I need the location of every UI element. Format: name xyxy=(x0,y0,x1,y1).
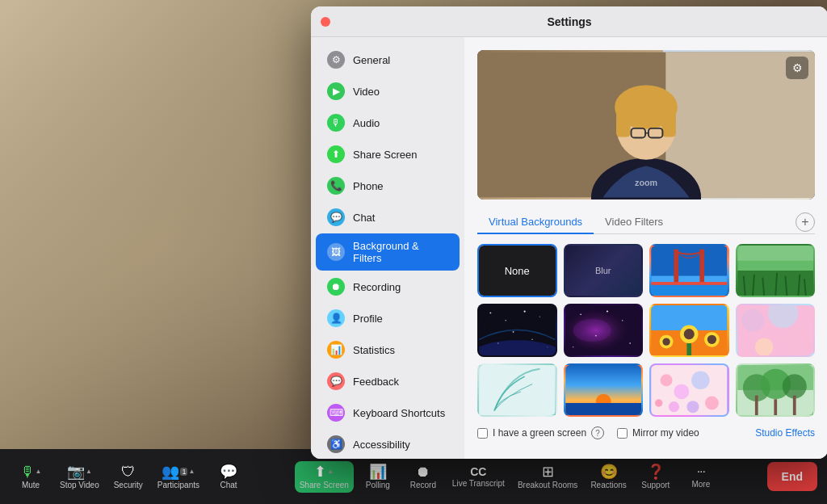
svg-point-66 xyxy=(674,384,689,399)
background-tabs: Virtual Backgrounds Video Filters + xyxy=(477,211,815,234)
green-screen-help-icon[interactable]: ? xyxy=(591,426,604,439)
svg-rect-14 xyxy=(674,250,678,284)
chat-icon: 💬 xyxy=(327,208,345,226)
end-button[interactable]: End xyxy=(767,462,817,491)
green-screen-option[interactable]: I have a green screen ? xyxy=(477,426,604,439)
toolbar-support[interactable]: ❓ Support xyxy=(635,461,677,493)
sidebar-item-audio[interactable]: 🎙 Audio xyxy=(316,107,460,138)
video-icon: ▶ xyxy=(327,82,345,100)
support-label: Support xyxy=(641,481,670,489)
sidebar-item-chat[interactable]: 💬 Chat xyxy=(316,202,460,233)
bg-bubbles[interactable] xyxy=(649,363,729,417)
preview-image: zoom xyxy=(477,50,815,200)
sidebar-item-phone[interactable]: 📞 Phone xyxy=(316,170,460,201)
svg-point-58 xyxy=(784,326,812,353)
support-icon: ❓ xyxy=(647,464,665,479)
reactions-label: Reactions xyxy=(590,481,626,489)
toolbar-mute[interactable]: 🎙 ▲ Mute xyxy=(10,461,52,493)
statistics-icon: 📊 xyxy=(327,341,345,359)
sidebar-item-general[interactable]: ⚙ General xyxy=(316,44,460,75)
accessibility-icon: ♿ xyxy=(327,435,345,453)
sidebar-item-video[interactable]: ▶ Video xyxy=(316,76,460,107)
svg-point-43 xyxy=(629,342,631,344)
tab-video-filters[interactable]: Video Filters xyxy=(594,211,674,234)
mirror-video-checkbox[interactable] xyxy=(617,428,628,439)
add-background-button[interactable]: + xyxy=(796,212,815,232)
toolbar-more[interactable]: ··· More xyxy=(680,462,722,492)
stop-video-label: Stop Video xyxy=(60,481,99,489)
preview-settings-icon[interactable]: ⚙ xyxy=(786,57,808,79)
sidebar-item-background-filters[interactable]: 🖼 Background & Filters xyxy=(316,233,460,271)
audio-icon: 🎙 xyxy=(327,114,345,132)
sidebar-item-accessibility[interactable]: ♿ Accessibility xyxy=(316,429,460,459)
breakout-rooms-label: Breakout Rooms xyxy=(518,481,577,489)
modal-body: ⚙ General ▶ Video 🎙 Audio ⬆ Share Screen… xyxy=(311,37,827,459)
sidebar-item-profile[interactable]: 👤 Profile xyxy=(316,303,460,334)
bg-grass[interactable] xyxy=(736,244,816,297)
share-screen-toolbar-icon: ⬆ xyxy=(314,464,326,479)
bg-nature[interactable] xyxy=(736,363,816,417)
toolbar-chat[interactable]: 💬 Chat xyxy=(208,461,250,493)
sidebar-item-statistics[interactable]: 📊 Statistics xyxy=(316,334,460,365)
bg-bridge-preview xyxy=(651,246,728,296)
studio-effects-link[interactable]: Studio Effects xyxy=(755,427,815,439)
mirror-video-option[interactable]: Mirror my video xyxy=(617,427,699,439)
toolbar-breakout-rooms[interactable]: ⊞ Breakout Rooms xyxy=(513,461,582,493)
sidebar-item-share-screen[interactable]: ⬆ Share Screen xyxy=(316,139,460,170)
svg-point-56 xyxy=(741,309,763,332)
sidebar-item-keyboard-shortcuts[interactable]: ⌨ Keyboard Shortcuts xyxy=(316,397,460,428)
share-screen-icon: ⬆ xyxy=(327,145,345,163)
feedback-icon: 💬 xyxy=(327,372,345,390)
bg-grass-preview xyxy=(737,246,814,296)
bg-pastel[interactable] xyxy=(736,304,816,357)
sidebar-item-recording[interactable]: ⏺ Recording xyxy=(316,271,460,302)
svg-point-52 xyxy=(662,338,670,345)
modal-titlebar: Settings xyxy=(311,6,827,37)
more-label: More xyxy=(691,480,710,489)
svg-point-70 xyxy=(686,401,699,413)
sidebar-label-keyboard-shortcuts: Keyboard Shortcuts xyxy=(353,407,445,419)
toolbar-share-screen[interactable]: ⬆ ▲ Share Screen xyxy=(295,461,354,493)
svg-point-30 xyxy=(524,310,526,312)
bg-blur[interactable]: Blur xyxy=(564,244,644,297)
keyboard-shortcuts-icon: ⌨ xyxy=(327,404,345,422)
toolbar-security[interactable]: 🛡 Security xyxy=(107,461,149,493)
green-screen-label: I have a green screen xyxy=(493,427,586,439)
sidebar-label-share-screen: Share Screen xyxy=(353,149,418,161)
modal-close-button[interactable] xyxy=(321,17,330,27)
svg-point-69 xyxy=(669,401,679,412)
toolbar-participants[interactable]: 👥 1 ▲ Participants xyxy=(153,461,204,493)
toolbar-record[interactable]: ⏺ Record xyxy=(402,461,444,493)
chat-toolbar-icon: 💬 xyxy=(220,464,237,479)
bg-feather[interactable] xyxy=(477,363,557,417)
bg-sunset-preview xyxy=(565,365,642,415)
toolbar-reactions[interactable]: 😊 Reactions xyxy=(586,461,631,493)
mute-icon: 🎙 xyxy=(20,464,35,479)
svg-point-59 xyxy=(754,338,773,355)
green-screen-checkbox[interactable] xyxy=(477,428,488,439)
toolbar-live-transcript[interactable]: CC Live Transcript xyxy=(447,463,510,491)
bg-bridge[interactable] xyxy=(649,244,729,297)
bg-space[interactable] xyxy=(477,304,557,357)
sidebar-label-general: General xyxy=(353,54,390,66)
toolbar-center: ⬆ ▲ Share Screen 📊 Polling ⏺ Record CC L… xyxy=(295,461,722,493)
bg-galaxy[interactable] xyxy=(564,304,644,357)
live-transcript-icon: CC xyxy=(470,466,486,477)
tab-virtual-backgrounds[interactable]: Virtual Backgrounds xyxy=(477,211,594,234)
bg-sunflower-preview xyxy=(651,305,728,355)
toolbar-polling[interactable]: 📊 Polling xyxy=(357,461,399,493)
security-label: Security xyxy=(114,481,143,489)
toolbar-stop-video[interactable]: 📷 ▲ Stop Video xyxy=(55,461,104,493)
sidebar-item-feedback[interactable]: 💬 Feedback xyxy=(316,366,460,397)
security-icon: 🛡 xyxy=(121,464,136,479)
svg-rect-77 xyxy=(754,396,758,415)
phone-icon: 📞 xyxy=(327,177,345,195)
svg-point-67 xyxy=(691,372,710,390)
bg-bubbles-preview xyxy=(651,365,728,415)
sidebar-label-accessibility: Accessibility xyxy=(353,439,410,451)
bg-sunset[interactable] xyxy=(564,363,644,417)
polling-icon: 📊 xyxy=(369,464,387,479)
bg-sunflower[interactable] xyxy=(649,304,729,357)
bg-none[interactable]: None xyxy=(477,244,557,297)
sidebar-label-background-filters: Background & Filters xyxy=(353,240,448,264)
